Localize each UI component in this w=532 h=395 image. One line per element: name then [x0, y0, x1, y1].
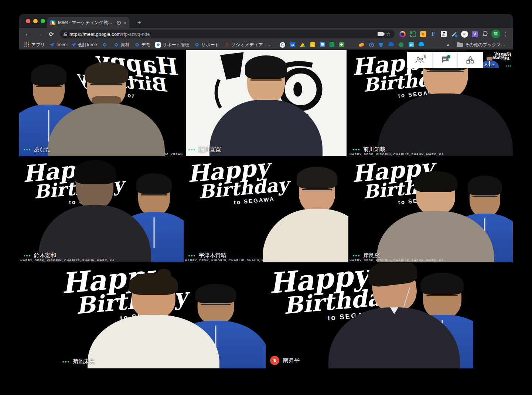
tab-strip: Meet - マーケティング戦略M × + — [19, 14, 513, 28]
bookmark-colorgrid[interactable] — [349, 42, 354, 47]
audio-activity-icon — [353, 255, 359, 256]
bookmark-hexagon[interactable] — [399, 42, 404, 47]
docs-favicon — [320, 42, 325, 47]
bookmark-docs[interactable] — [320, 42, 325, 47]
url-path: /rfp-szwq-nde — [121, 31, 150, 37]
self-view-thumbnail[interactable]: Happy Birthday to SEGAWA あなた — [483, 52, 512, 68]
extension-f-icon[interactable]: F — [429, 30, 437, 38]
calendar-favicon: 16 — [290, 42, 295, 47]
extension-ring-icon[interactable] — [398, 30, 406, 38]
colorgrid-favicon — [349, 42, 354, 47]
bookmark-demo[interactable]: デモ — [134, 42, 151, 48]
self-view-label: あなた — [484, 62, 495, 67]
bookmarks-right-group: » その他のブックマーク — [447, 42, 508, 48]
forward-button[interactable]: → — [35, 29, 44, 39]
address-bar[interactable]: https://meet.google.com/rfp-szwq-nde ☆ — [60, 30, 395, 38]
hexagon-favicon — [399, 42, 404, 47]
back-button[interactable]: ← — [23, 29, 33, 39]
video-tile-suzuki[interactable]: Happy Birthday to SEGAWA HARRY, DESK, KI… — [19, 157, 184, 262]
bookmarks-overflow-button[interactable]: » — [447, 42, 449, 48]
bookmark-diamond[interactable] — [102, 42, 109, 47]
cloud-favicon — [388, 43, 394, 46]
bookmark-google[interactable]: G — [280, 42, 285, 48]
bookmark-apps[interactable]: アプリ — [24, 42, 45, 48]
new-tab-button[interactable]: + — [134, 18, 144, 27]
participant-name-tag: 宇津木貴晴 — [188, 252, 226, 259]
bookmark-support[interactable]: サポート — [194, 42, 219, 48]
participant-silhouette — [391, 174, 480, 262]
bookmark-bucket[interactable] — [379, 43, 383, 47]
bookmark-freee[interactable]: freee — [50, 42, 66, 47]
extension-pen-icon[interactable] — [450, 30, 458, 38]
extensions-puzzle-icon[interactable] — [481, 30, 489, 38]
wikipedia-favicon: W — [409, 42, 414, 47]
tab-close-button[interactable]: × — [123, 20, 126, 25]
extension-screenshot-icon[interactable] — [409, 30, 417, 38]
extension-crown-icon[interactable]: ♕ — [460, 30, 468, 38]
browser-menu-button[interactable]: ⋮ — [502, 31, 509, 37]
bday-names-line: HARRY, DESK, KIBORIN, CHARLIE, SHAUN, MA… — [185, 259, 347, 262]
bookmark-wikipedia[interactable]: W — [409, 42, 414, 47]
audio-activity-icon — [188, 149, 195, 150]
minimize-window-button[interactable] — [33, 19, 38, 23]
participant-silhouette — [52, 163, 137, 262]
divider — [453, 42, 453, 48]
diamond-icon — [114, 42, 119, 47]
tab-audio-indicator-icon — [117, 21, 121, 25]
activities-button[interactable] — [457, 52, 483, 68]
participant-silhouette — [62, 65, 151, 156]
drive-favicon — [300, 42, 306, 47]
diamond-icon — [134, 42, 140, 47]
camera-permission-icon[interactable] — [378, 32, 383, 36]
participant-name-tag: 岸良腕 — [353, 252, 380, 259]
close-window-button[interactable] — [26, 19, 30, 23]
video-tile-utsugi[interactable]: Happy Birthday to SEGAWA HARRY, DESK, KI… — [184, 157, 348, 262]
bookmark-shiryo[interactable]: 資料 — [114, 42, 130, 48]
video-tile-self[interactable]: Happy Birthday to SEGAWA HARRY, DESK, KI… — [19, 50, 184, 156]
freee-swallow-icon — [50, 43, 55, 47]
bookmark-slides[interactable] — [310, 42, 315, 47]
folder-icon — [457, 43, 463, 47]
participant-silhouette — [345, 263, 444, 368]
participant-silhouette — [104, 276, 204, 368]
participants-button[interactable]: 8 — [407, 52, 432, 68]
participant-name: 岸良腕 — [363, 252, 380, 259]
bookmark-drive[interactable] — [300, 42, 306, 47]
bookmark-calendar[interactable]: 16 — [290, 42, 295, 47]
bookmark-cloud[interactable] — [388, 43, 394, 46]
participant-name: 瀬川直寛 — [199, 146, 221, 153]
bookmark-sheets[interactable] — [330, 42, 334, 47]
plus-favicon — [339, 42, 344, 47]
bookmark-plus[interactable] — [339, 42, 344, 47]
bookmark-support-kanri[interactable]: サポート管理 — [155, 42, 190, 48]
other-bookmarks-button[interactable]: その他のブックマーク — [457, 42, 508, 48]
url-text: https://meet.google.com/rfp-szwq-nde — [69, 31, 150, 37]
participant-silhouette — [276, 170, 348, 262]
bookmark-sociomedia[interactable]: S ソシオメディア｜ヒ... — [224, 42, 275, 48]
profile-avatar[interactable]: 開 — [491, 30, 500, 38]
reload-button[interactable]: ⟳ — [47, 29, 56, 39]
tab-title: Meet - マーケティング戦略M — [58, 20, 114, 26]
zoom-window-button[interactable] — [41, 19, 45, 23]
bookmark-cloud2[interactable] — [419, 43, 424, 46]
participant-name-tag: 瀬川直寛 — [188, 146, 221, 153]
video-tile-kikuchi[interactable]: Happy Birthday to SEGAWA 菊池未央 — [58, 263, 266, 368]
video-tile-minami[interactable]: Happy Birthday to SEGAWA 南昇平 — [266, 263, 473, 368]
extension-v-icon[interactable]: V — [471, 30, 479, 38]
bookmark-clock[interactable] — [369, 42, 374, 47]
bookmark-star-icon[interactable]: ☆ — [386, 31, 391, 37]
extension-z-icon[interactable]: Z — [440, 30, 448, 38]
browser-tab[interactable]: Meet - マーケティング戦略M × — [47, 17, 129, 28]
cloud-favicon — [419, 43, 424, 46]
extension-yellow-icon[interactable]: n — [419, 30, 427, 38]
bookmark-kaikei-freee[interactable]: 会計freee — [71, 42, 97, 48]
audio-activity-icon — [188, 255, 195, 256]
video-tile-segawa[interactable]: 瀬川直寛 — [184, 50, 348, 156]
orange-favicon — [358, 42, 365, 47]
bookmark-orange[interactable] — [359, 43, 364, 47]
meet-top-controls: 8 — [407, 52, 483, 68]
participant-name: 菊池未央 — [73, 358, 95, 365]
mic-muted-icon — [270, 356, 279, 365]
chat-button[interactable] — [432, 52, 458, 68]
video-tile-kishira[interactable]: Happy Birthday to SEGAWA HARRY, DESK, KI… — [348, 157, 513, 262]
